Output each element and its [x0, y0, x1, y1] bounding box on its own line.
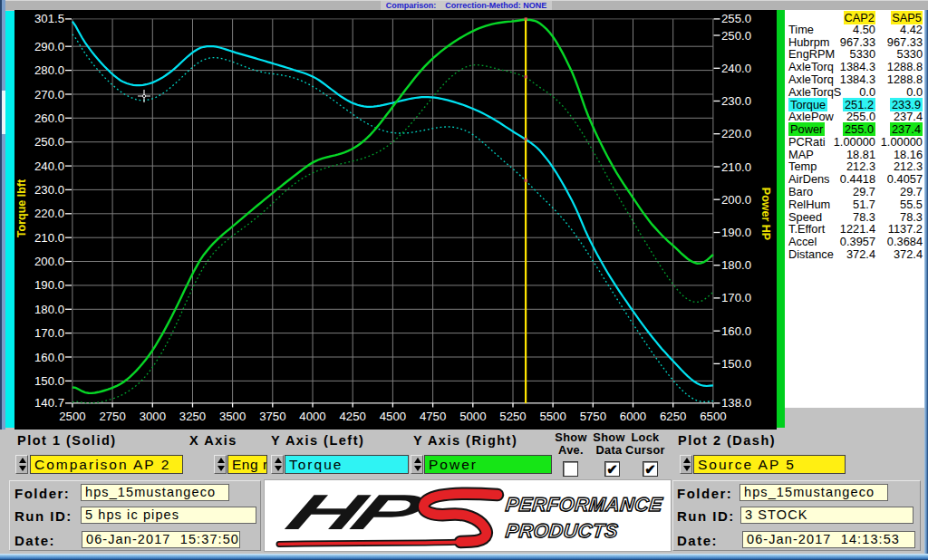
- svg-text:138.0: 138.0: [721, 396, 751, 410]
- svg-text:5500: 5500: [539, 410, 566, 423]
- svg-text:3000: 3000: [140, 410, 166, 423]
- svg-text:2500: 2500: [59, 410, 85, 423]
- svg-text:250.0: 250.0: [34, 135, 64, 149]
- svg-text:240.0: 240.0: [34, 159, 64, 173]
- svg-text:6000: 6000: [620, 410, 646, 423]
- svg-text:5750: 5750: [580, 410, 606, 423]
- svg-text:210.0: 210.0: [721, 160, 751, 174]
- svg-text:3250: 3250: [179, 410, 206, 423]
- svg-text:170.0: 170.0: [721, 291, 751, 304]
- svg-text:2750: 2750: [99, 410, 125, 423]
- svg-text:5000: 5000: [459, 410, 486, 423]
- svg-text:Torque lbft: Torque lbft: [15, 179, 28, 237]
- svg-text:4750: 4750: [420, 410, 446, 423]
- svg-text:230.0: 230.0: [721, 94, 751, 108]
- svg-text:301.5: 301.5: [34, 12, 64, 25]
- svg-text:150.0: 150.0: [34, 374, 64, 388]
- svg-text:3500: 3500: [219, 410, 246, 423]
- svg-text:270.0: 270.0: [34, 88, 64, 101]
- svg-text:180.0: 180.0: [34, 303, 64, 316]
- svg-text:190.0: 190.0: [34, 278, 64, 292]
- svg-text:6500: 6500: [700, 410, 726, 423]
- svg-text:6250: 6250: [660, 410, 686, 423]
- svg-text:Power HP: Power HP: [759, 188, 772, 240]
- svg-text:160.0: 160.0: [34, 351, 64, 364]
- svg-text:3750: 3750: [259, 410, 285, 423]
- svg-text:180.0: 180.0: [721, 258, 751, 272]
- svg-text:230.0: 230.0: [34, 183, 64, 197]
- svg-text:200.0: 200.0: [721, 193, 751, 207]
- svg-text:280.0: 280.0: [34, 63, 64, 77]
- svg-text:250.0: 250.0: [721, 29, 751, 43]
- svg-text:160.0: 160.0: [721, 324, 751, 338]
- svg-text:190.0: 190.0: [721, 226, 751, 239]
- svg-text:5250: 5250: [499, 410, 526, 423]
- svg-text:240.0: 240.0: [721, 62, 751, 75]
- svg-text:150.0: 150.0: [721, 357, 751, 371]
- svg-text:220.0: 220.0: [34, 207, 64, 220]
- svg-text:260.0: 260.0: [34, 111, 64, 125]
- svg-text:210.0: 210.0: [34, 231, 64, 245]
- svg-text:4000: 4000: [299, 410, 325, 423]
- svg-text:4250: 4250: [340, 410, 366, 423]
- svg-text:290.0: 290.0: [34, 40, 64, 53]
- svg-text:140.7: 140.7: [34, 396, 64, 410]
- svg-text:4500: 4500: [380, 410, 406, 423]
- svg-text:170.0: 170.0: [34, 326, 64, 340]
- svg-text:220.0: 220.0: [721, 127, 751, 140]
- svg-text:255.0: 255.0: [721, 12, 751, 25]
- svg-text:200.0: 200.0: [34, 255, 64, 268]
